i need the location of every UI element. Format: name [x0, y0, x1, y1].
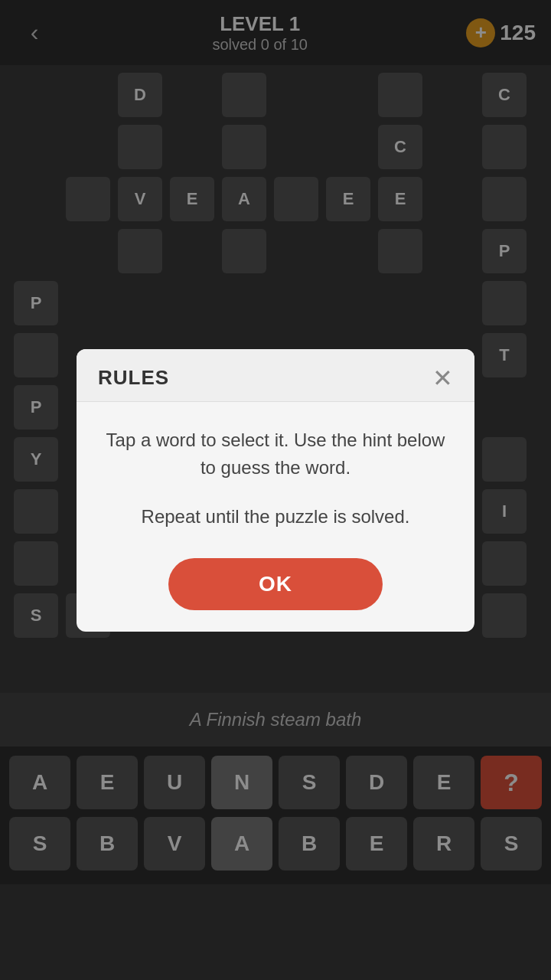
modal-rule-1: Tap a word to select it. Use the hint be… [104, 426, 447, 482]
rules-modal: RULES ✕ Tap a word to select it. Use the… [77, 349, 474, 632]
modal-overlay: RULES ✕ Tap a word to select it. Use the… [0, 0, 551, 980]
modal-rule-2: Repeat until the puzzle is solved. [104, 503, 447, 531]
ok-button[interactable]: OK [168, 558, 383, 610]
modal-title: RULES [98, 366, 169, 390]
modal-header: RULES ✕ [77, 349, 474, 402]
modal-close-button[interactable]: ✕ [432, 366, 453, 390]
modal-body: Tap a word to select it. Use the hint be… [77, 402, 474, 632]
